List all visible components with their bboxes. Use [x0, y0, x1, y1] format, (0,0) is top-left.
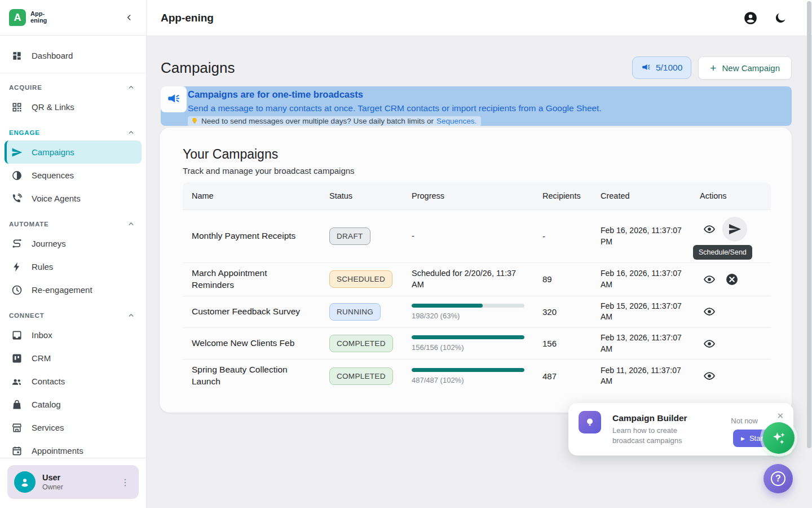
- sidebar-collapse-button[interactable]: [122, 11, 136, 24]
- sidebar-item-catalog[interactable]: Catalog: [5, 393, 142, 416]
- app-logo[interactable]: A App- ening: [9, 9, 47, 26]
- question-mark-icon: ?: [771, 471, 785, 486]
- view-campaign-button[interactable]: [700, 270, 719, 289]
- dark-mode-button[interactable]: [774, 11, 788, 25]
- card-heading: Your Campaigns: [183, 147, 769, 162]
- sidebar-item-sequences[interactable]: Sequences: [5, 164, 142, 187]
- campaign-quota-badge[interactable]: 5/1000: [632, 56, 691, 79]
- close-icon[interactable]: ✕: [774, 410, 786, 422]
- sidebar-item-contacts[interactable]: Contacts: [5, 370, 142, 393]
- app-logo-icon: A: [9, 9, 26, 26]
- column-actions: Actions: [691, 182, 771, 210]
- card-subheading: Track and manage your broadcast campaign…: [183, 166, 769, 176]
- main-area: App-ening Campaigns 5/1000 + New Campaig…: [147, 0, 812, 508]
- created-value: Feb 13, 2026, 11:37:07 AM: [601, 332, 682, 354]
- sidebar-item-label: Rules: [32, 262, 53, 271]
- campaigns-card: Your Campaigns Track and manage your bro…: [160, 128, 792, 413]
- section-engage[interactable]: ENGAGE: [0, 119, 146, 141]
- schedule-send-button[interactable]: [722, 217, 747, 242]
- section-automate[interactable]: AUTOMATE: [0, 210, 146, 232]
- column-progress: Progress: [403, 182, 533, 210]
- section-connect[interactable]: CONNECT: [0, 301, 146, 323]
- banner-tip: Need to send messages over multiple days…: [188, 116, 481, 126]
- not-now-button[interactable]: Not now: [731, 417, 758, 425]
- sequences-link[interactable]: Sequences.: [436, 117, 476, 125]
- sidebar-item-label: Re-engagement: [32, 285, 92, 295]
- sidebar-item-label: Services: [32, 423, 64, 432]
- sidebar-item-crm[interactable]: CRM: [5, 347, 142, 370]
- progress-bar: [412, 304, 524, 308]
- sidebar-item-voice-agents[interactable]: Voice Agents: [5, 187, 142, 210]
- user-card[interactable]: User Owner ⋮: [7, 465, 139, 499]
- scrollbar-thumb[interactable]: [807, 1, 811, 448]
- created-value: Feb 11, 2026, 11:37:07 AM: [601, 365, 682, 387]
- people-icon: [11, 376, 23, 387]
- sidebar-item-label: Catalog: [32, 400, 61, 409]
- promo-icon-box: [579, 411, 601, 433]
- view-campaign-button[interactable]: [700, 302, 719, 321]
- progress-bar-fill: [412, 304, 483, 308]
- created-value: Feb 16, 2026, 11:37:07 AM: [601, 268, 682, 290]
- table-row: March Appointment Reminders SCHEDULED Sc…: [183, 263, 771, 296]
- campaign-name: Customer Feedback Survey: [192, 306, 302, 318]
- plus-icon: +: [710, 63, 716, 73]
- sidebar-item-inbox[interactable]: Inbox: [5, 323, 142, 347]
- page-content: Campaigns 5/1000 + New Campaign Campaign…: [147, 55, 812, 413]
- status-badge: RUNNING: [329, 303, 381, 321]
- section-label: CONNECT: [9, 312, 44, 319]
- sidebar-item-dashboard[interactable]: Dashboard: [5, 44, 142, 67]
- sidebar-item-appointments[interactable]: Appointments: [5, 439, 142, 458]
- campaign-builder-popup: Campaign Builder Learn how to create bro…: [568, 403, 793, 456]
- sidebar-item-campaigns[interactable]: Campaigns: [5, 141, 142, 164]
- lightbulb-icon: [584, 417, 595, 428]
- lightbulb-icon: [191, 117, 198, 125]
- qr-icon: [11, 102, 23, 113]
- avatar: [14, 471, 36, 493]
- sidebar-header: A App- ening: [0, 0, 146, 36]
- recipients-value: 487: [533, 360, 592, 392]
- phone-icon: [11, 193, 23, 204]
- kanban-icon: [11, 353, 23, 364]
- moon-icon: [774, 11, 787, 25]
- status-badge: SCHEDULED: [329, 270, 392, 288]
- progress-text: Scheduled for 2/20/26, 11:37 AM: [412, 268, 524, 290]
- view-campaign-button[interactable]: [700, 366, 719, 386]
- banner-tip-text: Need to send messages over multiple days…: [201, 117, 434, 125]
- status-badge: DRAFT: [329, 227, 370, 245]
- schedule-send-tooltip: Schedule/Send: [693, 245, 752, 260]
- user-name: User: [42, 473, 111, 482]
- app-logo-text: App- ening: [30, 11, 47, 24]
- topbar: App-ening: [147, 0, 812, 36]
- column-recipients: Recipients: [533, 182, 592, 210]
- view-campaign-button[interactable]: [700, 220, 719, 239]
- account-button[interactable]: [743, 11, 758, 25]
- help-fab[interactable]: ?: [764, 464, 793, 493]
- send-icon: [728, 222, 742, 236]
- sidebar-item-label: Journeys: [32, 239, 66, 248]
- section-label: ACQUIRE: [9, 84, 42, 91]
- column-status: Status: [320, 182, 403, 210]
- sparkles-icon: [770, 430, 787, 446]
- progress-bar: [412, 368, 524, 372]
- section-label: ENGAGE: [9, 129, 40, 136]
- sidebar-item-reengagement[interactable]: Re-engagement: [5, 278, 142, 301]
- chevron-left-icon: [125, 13, 134, 22]
- sidebar-nav: Dashboard ACQUIRE QR & Links ENGAGE Camp…: [0, 36, 146, 458]
- view-campaign-button[interactable]: [700, 334, 719, 353]
- section-acquire[interactable]: ACQUIRE: [0, 73, 146, 95]
- sidebar-item-services[interactable]: Services: [5, 416, 142, 439]
- sidebar: A App- ening Dashboard ACQUIRE QR & Link…: [0, 0, 147, 508]
- ai-assistant-fab[interactable]: [763, 422, 795, 454]
- campaigns-table: Name Status Progress Recipients Created …: [183, 182, 771, 392]
- sidebar-item-rules[interactable]: Rules: [5, 255, 142, 278]
- sidebar-item-qr-links[interactable]: QR & Links: [5, 95, 142, 119]
- banner-body-text: Send a message to many contacts at once.…: [188, 102, 792, 115]
- sidebar-item-journeys[interactable]: Journeys: [5, 232, 142, 255]
- chevron-up-icon: [127, 84, 135, 91]
- bag-icon: [11, 399, 23, 410]
- progress-bar-fill: [412, 335, 524, 339]
- lightning-icon: [11, 261, 23, 273]
- user-menu-button[interactable]: ⋮: [117, 475, 133, 490]
- cancel-campaign-button[interactable]: [722, 270, 742, 289]
- new-campaign-button[interactable]: + New Campaign: [698, 56, 792, 80]
